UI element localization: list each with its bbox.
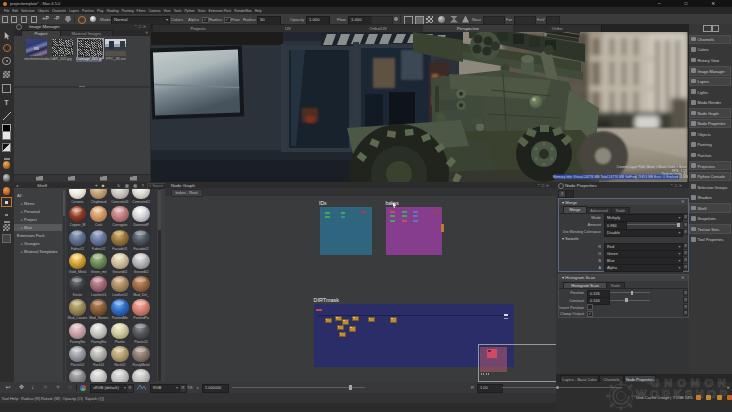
svg-text:GNOMON: GNOMON: [651, 377, 727, 389]
svg-text:THE: THE: [646, 382, 654, 386]
svg-text:Memory Info: Virtual 24776 MB: Memory Info: Virtual 24776 MB Total 2477…: [553, 175, 688, 179]
